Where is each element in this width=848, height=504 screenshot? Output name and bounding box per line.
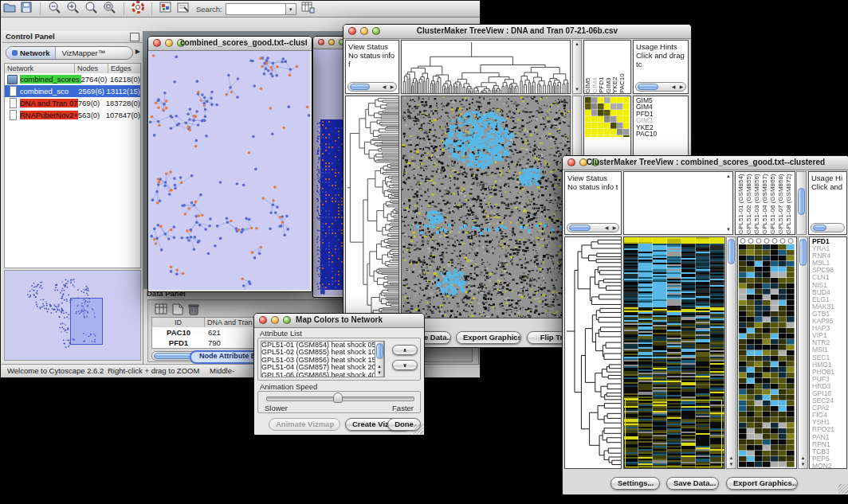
open-file-icon[interactable]	[3, 2, 16, 16]
treeview2-heatmap[interactable]	[623, 236, 725, 469]
zoom-heatmap-canvas[interactable]	[738, 237, 796, 468]
scroll-down-icon[interactable]: ▼	[727, 462, 736, 467]
zoom-selected-icon[interactable]	[84, 1, 98, 17]
tab-overflow-arrow[interactable]: ▶	[135, 48, 140, 55]
scroll-left-icon[interactable]: ◀	[603, 225, 610, 232]
treeview2-collabel-vscrollbar[interactable]	[796, 171, 807, 235]
summary-heatmap-canvas[interactable]	[585, 97, 630, 137]
resize-grip[interactable]	[838, 484, 848, 494]
animate-vizmap-button[interactable]: Animate Vizmap	[269, 418, 340, 431]
scroll-right-icon[interactable]: ▶	[677, 84, 685, 91]
help-lifering-icon[interactable]	[132, 1, 144, 17]
resize-grip[interactable]	[414, 424, 423, 434]
scroll-left-icon[interactable]: ◀	[380, 84, 388, 91]
save-data-button[interactable]: Save Data...	[666, 477, 719, 490]
scrollbar-thumb[interactable]	[728, 239, 735, 264]
network-list-row[interactable]: combined_sco2569(6)13112(15)	[5, 85, 140, 97]
treeview2-titlebar[interactable]: ClusterMaker TreeView : combined_scores_…	[563, 156, 848, 170]
treeview2-column-dendrogram[interactable]: ▲ ▼	[623, 171, 733, 235]
attribute-list-vscrollbar[interactable]: ▲ ▼	[375, 341, 384, 377]
scroll-down-icon[interactable]: ▼	[573, 87, 581, 92]
vizmapper-icon[interactable]	[159, 2, 172, 17]
scroll-down-icon[interactable]: ▼	[799, 462, 807, 467]
tab-network[interactable]: Network	[6, 47, 55, 59]
scroll-up-icon[interactable]: ▲	[799, 455, 807, 461]
network-list-row[interactable]: DNA and Tran 07769(0)183728(0)	[5, 97, 140, 109]
scrollbar-thumb[interactable]	[638, 84, 658, 90]
network-window-titlebar[interactable]: combined_scores_good.txt--cluste...	[148, 37, 312, 51]
save-icon[interactable]	[21, 2, 33, 16]
scroll-left-icon[interactable]: ◀	[669, 84, 677, 91]
scroll-down-icon[interactable]: ▼	[725, 227, 732, 232]
scrollbar-thumb[interactable]	[350, 84, 370, 90]
heatmap-canvas[interactable]	[624, 237, 724, 468]
view-status-hscrollbar[interactable]: ◀ ▶	[567, 223, 619, 232]
usage-hints-hscrollbar[interactable]	[811, 223, 845, 232]
scroll-down-icon[interactable]: ▼	[375, 370, 383, 376]
attribute-list-item[interactable]: GPL51-06 (GSM865) heat shock 40 min	[261, 372, 384, 377]
zoom-in-icon[interactable]	[66, 1, 80, 17]
scroll-up-icon[interactable]: ▲	[573, 41, 581, 47]
float-panel-icon[interactable]	[130, 33, 139, 41]
gene-label[interactable]: MON2	[812, 463, 846, 469]
treeview2-row-dendrogram[interactable]	[564, 236, 622, 469]
row-dendrogram-canvas[interactable]	[346, 96, 398, 318]
network-list-row[interactable]: RNAPuberNov2+563(0)107847(0)	[5, 109, 140, 121]
usage-hints-hscrollbar[interactable]: ◀ ▶	[635, 82, 686, 92]
column-dendrogram-canvas[interactable]	[402, 41, 570, 93]
treeview1-column-dendrogram[interactable]	[401, 40, 571, 94]
close-icon[interactable]	[153, 39, 161, 47]
settings-button[interactable]: Settings...	[610, 477, 660, 490]
treeview2-zoom-vscrollbar[interactable]: ▲ ▼	[798, 236, 808, 469]
treeview2-heatmap-vscrollbar[interactable]: ▲ ▼	[726, 236, 736, 469]
treeview1-heatmap[interactable]	[401, 96, 571, 318]
export-graphics-button[interactable]: Export Graphics...	[456, 331, 521, 344]
speed-slider-thumb[interactable]	[333, 393, 343, 403]
export-graphics-button[interactable]: Export Graphics...	[726, 477, 798, 490]
move-down-button[interactable]: ∨	[392, 360, 418, 370]
view-status-hscrollbar[interactable]: ◀ ▶	[347, 82, 397, 92]
scrollbar-thumb[interactable]	[813, 225, 826, 231]
tab-vizmapper[interactable]: VizMapper™	[55, 47, 111, 59]
network-view[interactable]	[149, 51, 310, 290]
treeview1-top-vscrollbar[interactable]: ▲ ▼	[572, 40, 582, 94]
search-input[interactable]	[226, 3, 286, 15]
network-list-row[interactable]: combined_scores2764(0)16218(0)	[5, 73, 140, 85]
window-controls[interactable]	[318, 39, 345, 45]
attribute-table-icon[interactable]	[301, 2, 315, 17]
scrollbar-thumb[interactable]	[798, 188, 805, 215]
minimize-icon[interactable]	[165, 39, 173, 47]
zoom-fit-icon[interactable]	[103, 1, 116, 17]
birdseye-canvas[interactable]	[5, 271, 140, 360]
scroll-up-icon[interactable]: ▲	[727, 455, 736, 461]
scroll-up-icon[interactable]: ▲	[375, 364, 383, 369]
scroll-right-icon[interactable]: ▶	[388, 84, 396, 91]
network-view-canvas[interactable]	[149, 51, 310, 290]
dialog-titlebar[interactable]: Map Colors to Network	[254, 314, 424, 328]
minimize-icon[interactable]	[328, 39, 335, 45]
column-label: GIM3	[605, 42, 612, 93]
scroll-right-icon[interactable]: ▶	[610, 225, 618, 232]
column-label: GPL51-04 (GSM857)	[761, 173, 769, 234]
scrollbar-thumb[interactable]	[376, 343, 383, 359]
move-up-button[interactable]: ∧	[392, 345, 418, 355]
treeview1-row-dendrogram[interactable]	[345, 96, 399, 318]
scrollbar-thumb[interactable]	[569, 225, 591, 231]
chevron-down-icon[interactable]: ▼	[286, 3, 296, 15]
attribute-list-label: Attribute List	[260, 329, 302, 338]
treeview1-titlebar[interactable]: ClusterMaker TreeView : DNA and Tran 07-…	[344, 25, 691, 39]
birdseye-view[interactable]	[4, 270, 141, 361]
search-combo[interactable]: ▼	[226, 3, 296, 15]
treeview2-zoom-view[interactable]	[737, 236, 797, 469]
treeview2-gene-list[interactable]: PFD1YRA1RNR4MSL1SPC98CLN1NIS1BUD4ELG1MAK…	[809, 236, 847, 469]
attribute-list[interactable]: GPL51-01 (GSM854) heat shock 05 minGPL51…	[261, 341, 385, 377]
row-dendrogram-canvas[interactable]	[565, 237, 621, 468]
close-icon[interactable]	[318, 39, 324, 45]
scroll-up-icon[interactable]: ▲	[725, 174, 732, 179]
scrollbar-thumb[interactable]	[799, 239, 807, 266]
annotation-icon[interactable]	[177, 2, 190, 17]
zoom-out-icon[interactable]	[48, 1, 61, 17]
treeview2-usage-hints-panel: Usage Hi Click and	[808, 171, 847, 235]
heatmap-canvas[interactable]	[402, 96, 570, 318]
gene-label[interactable]: PAC10	[636, 131, 688, 137]
